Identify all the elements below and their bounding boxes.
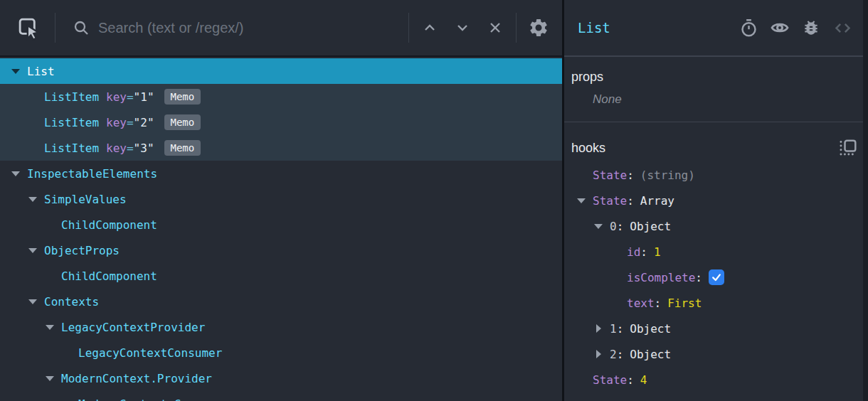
tree-row-listitem[interactable]: ListItemkey="2"Memo [0, 109, 562, 135]
hook-row-state[interactable]: State:4 [564, 367, 868, 392]
component-name: ModernContext.Consumer [78, 397, 229, 401]
tree-row-objectprops[interactable]: ObjectProps [0, 237, 562, 263]
expand-arrow-icon[interactable] [593, 348, 604, 360]
indent-spacer [27, 117, 38, 128]
hook-row-0[interactable]: 0:Object [564, 213, 868, 239]
attribute-name: key [106, 116, 127, 129]
search-bar [55, 19, 408, 36]
component-name: ModernContext.Provider [61, 372, 212, 385]
memo-badge: Memo [164, 140, 201, 156]
search-nav [408, 11, 562, 44]
expand-arrow-icon[interactable] [44, 373, 55, 384]
attribute-value: "2" [134, 116, 154, 129]
view-source-button[interactable] [827, 12, 858, 43]
hook-row-state[interactable]: State:Array [564, 188, 868, 213]
expand-arrow-icon[interactable] [10, 168, 21, 179]
expand-arrow-icon[interactable] [576, 195, 587, 206]
component-name: SimpleValues [44, 193, 127, 206]
hook-colon: : [640, 245, 647, 259]
component-tree: ListListItemkey="1"MemoListItemkey="2"Me… [0, 57, 562, 401]
attribute-value: "1" [134, 90, 154, 104]
inspect-element-button[interactable] [14, 14, 43, 42]
hooks-heading: hooks [571, 141, 835, 156]
component-name: List [27, 65, 55, 78]
component-name: ListItem [44, 90, 99, 104]
component-name: LegacyContextConsumer [78, 346, 222, 360]
hook-colon: : [647, 399, 655, 401]
tree-row-legacycontextconsumer[interactable]: LegacyContextConsumer [0, 340, 562, 365]
expand-arrow-icon[interactable] [27, 245, 38, 256]
profiler-button[interactable] [733, 12, 764, 43]
props-empty-value: None [593, 92, 868, 107]
hook-row-id[interactable]: id:1 [564, 239, 868, 264]
tree-toolbar [0, 0, 562, 57]
settings-button[interactable] [522, 11, 555, 44]
component-name: Contexts [44, 295, 99, 309]
checkbox-checked[interactable] [709, 269, 724, 285]
expand-arrow-icon[interactable] [593, 220, 604, 232]
hook-row-1[interactable]: 1:Object [564, 316, 868, 341]
stopwatch-icon [739, 18, 758, 38]
hook-colon: : [627, 373, 634, 387]
tree-row-list[interactable]: List [0, 58, 562, 84]
expand-arrow-icon[interactable] [27, 193, 38, 205]
component-name: ListItem [44, 141, 99, 155]
search-input[interactable] [98, 20, 408, 36]
hook-colon: : [655, 296, 662, 310]
view-source-icon [833, 18, 852, 38]
component-name: ChildComponent [61, 269, 157, 283]
attribute-name: key [106, 141, 127, 155]
hook-row-text[interactable]: text:First [564, 290, 868, 316]
hook-value: First [667, 296, 702, 310]
tree-row-listitem[interactable]: ListItemkey="3"Memo [0, 135, 562, 161]
hook-row-state[interactable]: State:(string) [564, 162, 868, 188]
indent-spacer [27, 91, 38, 102]
hook-colon: : [627, 169, 634, 182]
component-name: LegacyContextProvider [61, 321, 205, 334]
indent-spacer [610, 246, 621, 257]
memo-badge: Memo [164, 89, 201, 105]
next-result-button[interactable] [446, 11, 479, 44]
hook-value: 1 [654, 245, 661, 259]
hook-value: f () [661, 399, 689, 401]
close-icon [487, 19, 504, 36]
log-to-console-button[interactable] [795, 12, 827, 43]
tree-row-legacycontextprovider[interactable]: LegacyContextProvider [0, 314, 562, 340]
hook-row-callback[interactable]: Callback:f () [564, 392, 868, 401]
tree-row-listitem[interactable]: ListItemkey="1"Memo [0, 84, 562, 109]
hook-name: 2 [610, 348, 617, 361]
props-heading: props [571, 70, 859, 85]
tree-row-childcomponent[interactable]: ChildComponent [0, 212, 562, 237]
hook-row-iscomplete[interactable]: isComplete: [564, 264, 868, 290]
indent-spacer [576, 169, 587, 181]
expand-arrow-icon[interactable] [44, 321, 55, 333]
attribute-equals: = [127, 141, 134, 155]
clear-search-button[interactable] [479, 11, 512, 44]
hook-name: id [627, 245, 640, 259]
expand-arrow-icon[interactable] [593, 323, 604, 334]
indent-spacer [576, 374, 587, 385]
tree-row-childcomponent[interactable]: ChildComponent [0, 263, 562, 289]
inspected-element-header: List [564, 0, 868, 57]
tree-row-moderncontext-provider[interactable]: ModernContext.Provider [0, 365, 562, 391]
search-icon [73, 19, 90, 36]
parse-hook-names-button[interactable] [835, 136, 859, 160]
hook-name: text [627, 296, 655, 310]
react-devtools-components-panel: ListListItemkey="1"MemoListItemkey="2"Me… [0, 0, 868, 401]
tree-row-inspectableelements[interactable]: InspectableElements [0, 161, 562, 186]
vertical-scrollbar[interactable] [863, 0, 868, 401]
hook-row-2[interactable]: 2:Object [564, 341, 868, 367]
tree-row-contexts[interactable]: Contexts [0, 289, 562, 314]
expand-arrow-icon[interactable] [10, 65, 21, 77]
eye-icon [770, 18, 790, 38]
tree-row-moderncontext-consumer[interactable]: ModernContext.Consumer [0, 391, 562, 401]
component-name: ObjectProps [44, 244, 120, 257]
component-tree-pane: ListListItemkey="1"MemoListItemkey="2"Me… [0, 0, 562, 401]
previous-result-button[interactable] [413, 11, 446, 44]
tree-row-simplevalues[interactable]: SimpleValues [0, 186, 562, 212]
expand-arrow-icon[interactable] [27, 296, 38, 307]
hook-name: State [593, 169, 627, 182]
settings-icon [528, 17, 549, 38]
inspect-dom-button[interactable] [764, 12, 795, 43]
indent-spacer [610, 297, 621, 309]
